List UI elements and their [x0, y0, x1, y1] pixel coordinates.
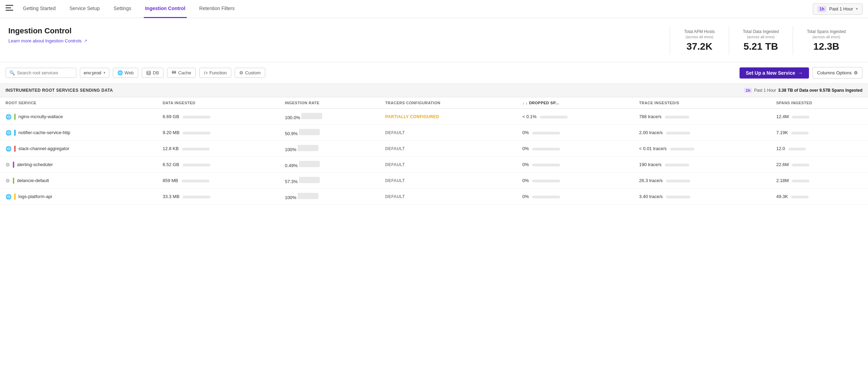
dropped-bar	[532, 132, 560, 134]
filter-cache[interactable]: Cache	[167, 68, 196, 78]
dropped-value: < 0.1%	[523, 114, 537, 119]
filter-custom[interactable]: ⚙ Custom	[235, 68, 265, 78]
cell-tracers-config: DEFAULT	[380, 141, 517, 157]
config-badge: PARTIALLY CONFIGURED	[385, 114, 439, 119]
ingestion-rate-value: 100%	[285, 147, 296, 152]
nav-retention-filters[interactable]: Retention Filters	[198, 0, 236, 18]
sort-arrow-icon: ↓	[523, 101, 525, 105]
cell-spans-ingested: 12.4M	[771, 109, 868, 125]
cell-ingestion-rate: 100%	[279, 141, 379, 157]
stat-data-ingested: Total Data Ingested (across all envs) 5.…	[729, 26, 793, 55]
env-selector[interactable]: env:prod ▾	[80, 68, 109, 78]
dropped-value: 0%	[523, 194, 529, 199]
svg-rect-1	[6, 7, 11, 8]
service-name-label: nginx-mcnulty-wallace	[18, 114, 63, 119]
filter-web[interactable]: 🌐 Web	[113, 68, 139, 78]
dropped-bar	[532, 164, 560, 166]
section-time-label: Past 1 Hour	[754, 88, 776, 93]
cell-tracers-config: DEFAULT	[380, 157, 517, 173]
col-trace-ingested: TRACE INGESTED/S	[634, 97, 771, 109]
table-row[interactable]: 🌐 notifier-cache-service-http 9.20 MB 50…	[0, 125, 868, 141]
ingestion-rate-bar	[298, 193, 318, 199]
table-row[interactable]: ⚙ alerting-scheduler 6.52 GB 0.49% DEFAU…	[0, 157, 868, 173]
cell-trace-rate: 190 trace/s	[634, 157, 771, 173]
table-row[interactable]: ⚙ delancie-default 859 MB 57.3% DEFAULT …	[0, 173, 868, 189]
table-row[interactable]: 🌐 slack-channel-aggregator 12.8 KB 100% …	[0, 141, 868, 157]
cell-dropped-sp: 0%	[517, 157, 634, 173]
search-box[interactable]: 🔍	[6, 68, 76, 78]
function-icon: ƒx	[204, 70, 208, 75]
section-title: INSTRUMENTED ROOT SERVICES SENDING DATA	[6, 88, 744, 93]
dropped-value: 0%	[523, 130, 529, 135]
ingestion-rate-bar	[301, 113, 322, 119]
ingestion-rate-value: 0.49%	[285, 163, 298, 168]
nav-getting-started[interactable]: Getting Started	[22, 0, 57, 18]
cell-dropped-sp: 0%	[517, 189, 634, 205]
data-ingested-value: 859 MB	[162, 178, 178, 183]
env-chevron-icon: ▾	[103, 71, 106, 75]
service-type-icon: 🌐	[6, 130, 11, 136]
cell-tracers-config: PARTIALLY CONFIGURED	[380, 109, 517, 125]
table-row[interactable]: 🌐 nginx-mcnulty-wallace 6.69 GB 100.0% P…	[0, 109, 868, 125]
cell-trace-rate: 3.40 trace/s	[634, 189, 771, 205]
cell-service-name: 🌐 slack-channel-aggregator	[0, 141, 157, 157]
columns-btn-label: Columns Options	[817, 70, 852, 75]
filter-function[interactable]: ƒx Function	[199, 68, 231, 78]
service-color-bar	[14, 194, 16, 200]
data-ingested-bar	[183, 132, 210, 134]
cell-data-ingested: 33.3 MB	[157, 189, 279, 205]
spans-ingested-value: 49.3K	[776, 194, 788, 199]
stat-spans-ingested-value: 12.3B	[807, 41, 846, 52]
ingestion-rate-value: 100%	[285, 195, 296, 200]
learn-more-link[interactable]: Learn more about Ingestion Controls ↗	[8, 38, 670, 43]
spans-ingested-value: 12.4M	[776, 114, 789, 119]
search-input[interactable]	[17, 70, 73, 75]
service-name-label: delancie-default	[17, 178, 49, 183]
cell-spans-ingested: 12.0	[771, 141, 868, 157]
time-picker[interactable]: 1h Past 1 Hour ▾	[813, 3, 862, 15]
ingestion-rate-bar	[299, 161, 320, 167]
config-badge: DEFAULT	[385, 162, 405, 167]
col-root-service: ROOT SERVICE	[0, 97, 157, 109]
service-color-bar	[14, 114, 16, 120]
service-type-icon: ⚙	[6, 162, 10, 167]
filter-web-label: Web	[125, 70, 134, 75]
service-name-label: notifier-cache-service-http	[18, 130, 70, 135]
cell-ingestion-rate: 50.9%	[279, 125, 379, 141]
trace-rate-bar	[665, 164, 689, 166]
cell-data-ingested: 6.52 GB	[157, 157, 279, 173]
data-ingested-bar	[183, 196, 210, 198]
stat-data-ingested-sublabel: (across all envs)	[743, 35, 779, 39]
section-data-summary: 3.38 TB of Data over 9.57B Spans Ingeste…	[778, 88, 862, 93]
setup-arrow-icon: →	[798, 70, 803, 76]
services-table: ROOT SERVICE DATA INGESTED INGESTION RAT…	[0, 97, 868, 205]
filter-function-label: Function	[209, 70, 227, 75]
setup-new-service-button[interactable]: Set Up a New Service →	[740, 67, 809, 79]
nav-settings[interactable]: Settings	[112, 0, 133, 18]
columns-options-button[interactable]: Columns Options ⚙	[812, 67, 862, 79]
nav-ingestion-control[interactable]: Ingestion Control	[144, 0, 187, 18]
svg-point-5	[172, 73, 176, 74]
cell-ingestion-rate: 57.3%	[279, 173, 379, 189]
dropped-bar	[532, 180, 560, 182]
cell-service-name: 🌐 notifier-cache-service-http	[0, 125, 157, 141]
col-ingestion-rate: INGESTION RATE	[279, 97, 379, 109]
service-name-label: slack-channel-aggregator	[18, 146, 69, 151]
ingestion-rate-bar	[298, 145, 318, 151]
table-row[interactable]: 🌐 logs-platform-api 33.3 MB 100% DEFAULT…	[0, 189, 868, 205]
cell-dropped-sp: 0%	[517, 125, 634, 141]
cell-data-ingested: 6.69 GB	[157, 109, 279, 125]
dropped-bar	[532, 148, 560, 150]
filter-db[interactable]: DB	[142, 68, 164, 78]
nav-service-setup[interactable]: Service Setup	[68, 0, 101, 18]
section-meta: 1h Past 1 Hour 3.38 TB of Data over 9.57…	[744, 88, 862, 93]
svg-point-3	[147, 71, 150, 73]
trace-rate-value: 2.00 trace/s	[639, 130, 663, 135]
spans-ingested-bar	[792, 164, 809, 166]
cache-icon	[172, 70, 176, 76]
cell-dropped-sp: 0%	[517, 173, 634, 189]
spans-ingested-value: 22.6M	[776, 162, 789, 167]
config-badge: DEFAULT	[385, 146, 405, 151]
col-dropped-sp: ↓ ↓ DROPPED SP...	[517, 97, 634, 109]
cell-ingestion-rate: 100%	[279, 189, 379, 205]
